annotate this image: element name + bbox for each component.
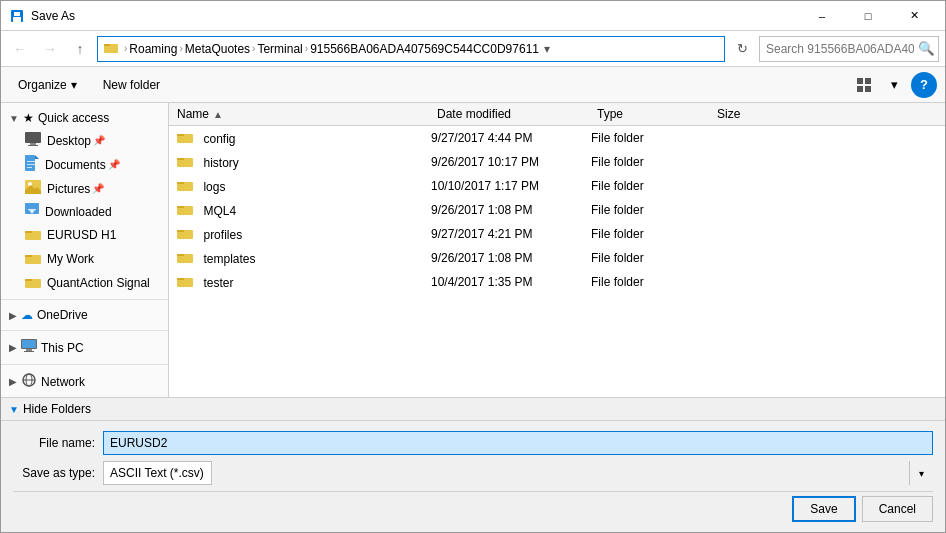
quantaction-folder-icon	[25, 274, 41, 292]
this-pc-header[interactable]: ▶ This PC	[1, 335, 168, 360]
svg-rect-10	[30, 143, 36, 145]
help-button[interactable]: ?	[911, 72, 937, 98]
forward-button[interactable]: →	[37, 36, 63, 62]
sidebar-item-eurusd[interactable]: EURUSD H1	[1, 223, 168, 247]
breadcrumb-folder-icon	[104, 41, 118, 56]
sidebar-divider-1	[1, 299, 168, 300]
svg-marker-13	[35, 155, 39, 159]
pictures-icon	[25, 180, 41, 197]
cancel-label: Cancel	[879, 502, 916, 516]
table-row[interactable]: profiles 9/27/2017 4:21 PM File folder	[169, 222, 945, 246]
sidebar-item-desktop[interactable]: Desktop 📌	[1, 129, 168, 152]
savetype-select[interactable]: ASCII Text (*.csv)	[103, 461, 212, 485]
table-row[interactable]: templates 9/26/2017 1:08 PM File folder	[169, 246, 945, 270]
pin-icon-documents: 📌	[108, 159, 120, 170]
sidebar-item-desktop-label: Desktop	[47, 134, 91, 148]
file-name: MQL4	[177, 201, 431, 219]
search-input[interactable]	[759, 36, 939, 62]
file-date: 10/10/2017 1:17 PM	[431, 179, 591, 193]
file-list: config 9/27/2017 4:44 PM File folder his…	[169, 126, 945, 397]
svg-rect-14	[27, 161, 35, 162]
sidebar-item-downloaded[interactable]: Downloaded	[1, 200, 168, 223]
cancel-button[interactable]: Cancel	[862, 496, 933, 522]
close-button[interactable]: ✕	[891, 1, 937, 31]
sidebar-item-quantaction[interactable]: QuantAction Signal	[1, 271, 168, 295]
table-row[interactable]: config 9/27/2017 4:44 PM File folder	[169, 126, 945, 150]
back-button[interactable]: ←	[7, 36, 33, 62]
table-row[interactable]: tester 10/4/2017 1:35 PM File folder	[169, 270, 945, 294]
downloaded-icon	[25, 203, 39, 220]
address-box[interactable]: › Roaming › MetaQuotes › Terminal › 9155…	[97, 36, 725, 62]
minimize-button[interactable]: –	[799, 1, 845, 31]
window-icon	[9, 8, 25, 24]
maximize-button[interactable]: □	[845, 1, 891, 31]
sidebar-divider-3	[1, 364, 168, 365]
file-name: config	[177, 129, 431, 147]
svg-rect-12	[25, 155, 35, 171]
address-bar: ← → ↑ › Roaming › MetaQuotes › Terminal …	[1, 31, 945, 67]
hide-folders-label: Hide Folders	[23, 402, 91, 416]
svg-rect-41	[177, 182, 184, 184]
filename-input[interactable]	[103, 431, 933, 455]
file-type: File folder	[591, 155, 711, 169]
address-dropdown-arrow[interactable]: ▾	[539, 36, 555, 62]
window-title: Save As	[31, 9, 799, 23]
table-row[interactable]: logs 10/10/2017 1:17 PM File folder	[169, 174, 945, 198]
column-type-label: Type	[597, 107, 623, 121]
this-pc-icon	[21, 339, 37, 356]
file-name: templates	[177, 249, 431, 267]
search-wrapper: 🔍	[759, 36, 939, 62]
breadcrumb-sep-4: ›	[305, 43, 308, 54]
svg-rect-49	[177, 278, 184, 280]
new-folder-button[interactable]: New folder	[94, 72, 169, 98]
svg-rect-8	[865, 86, 871, 92]
quick-access-header[interactable]: ▼ ★ Quick access	[1, 107, 168, 129]
table-row[interactable]: history 9/26/2017 10:17 PM File folder	[169, 150, 945, 174]
network-header[interactable]: ▶ Network	[1, 369, 168, 394]
file-list-area: Name ▲ Date modified Type Size	[169, 103, 945, 397]
sidebar-item-pictures[interactable]: Pictures 📌	[1, 177, 168, 200]
file-type: File folder	[591, 131, 711, 145]
onedrive-header[interactable]: ▶ ☁ OneDrive	[1, 304, 168, 326]
refresh-button[interactable]: ↻	[729, 36, 755, 62]
search-icon-button[interactable]: 🔍	[918, 41, 935, 56]
this-pc-arrow-icon: ▶	[9, 342, 17, 353]
up-button[interactable]: ↑	[67, 36, 93, 62]
column-name-header[interactable]: Name ▲	[177, 107, 437, 121]
onedrive-arrow-icon: ▶	[9, 310, 17, 321]
svg-rect-47	[177, 254, 184, 256]
file-type: File folder	[591, 275, 711, 289]
column-type-header[interactable]: Type	[597, 107, 717, 121]
breadcrumb-id: 915566BA06ADA407569C544CC0D97611	[310, 42, 539, 56]
view-button[interactable]	[851, 72, 877, 98]
my-work-folder-icon	[25, 250, 41, 268]
file-name: history	[177, 153, 431, 171]
organize-button[interactable]: Organize ▾	[9, 72, 86, 98]
view-dropdown-button[interactable]: ▾	[881, 72, 907, 98]
table-row[interactable]: MQL4 9/26/2017 1:08 PM File folder	[169, 198, 945, 222]
breadcrumb-sep-3: ›	[252, 43, 255, 54]
svg-rect-43	[177, 206, 184, 208]
svg-rect-7	[857, 86, 863, 92]
savetype-row: Save as type: ASCII Text (*.csv) ▾	[13, 461, 933, 485]
svg-rect-4	[104, 44, 110, 46]
svg-rect-24	[25, 231, 32, 233]
breadcrumb-terminal: Terminal	[257, 42, 302, 56]
svg-rect-9	[25, 132, 41, 143]
sidebar-item-documents[interactable]: Documents 📌	[1, 152, 168, 177]
network-arrow-icon: ▶	[9, 376, 17, 387]
column-date-header[interactable]: Date modified	[437, 107, 597, 121]
sidebar-item-my-work[interactable]: My Work	[1, 247, 168, 271]
onedrive-label: OneDrive	[37, 308, 88, 322]
breadcrumb-metaquotes: MetaQuotes	[185, 42, 250, 56]
this-pc-label: This PC	[41, 341, 84, 355]
toolbar-right: ▾ ?	[851, 72, 937, 98]
file-name: logs	[177, 177, 431, 195]
savetype-label: Save as type:	[13, 466, 103, 480]
column-size-header[interactable]: Size	[717, 107, 797, 121]
svg-rect-1	[13, 17, 21, 22]
sidebar-divider-2	[1, 330, 168, 331]
save-button[interactable]: Save	[792, 496, 855, 522]
hide-folders-row[interactable]: ▼ Hide Folders	[1, 397, 945, 420]
svg-rect-37	[177, 134, 184, 136]
